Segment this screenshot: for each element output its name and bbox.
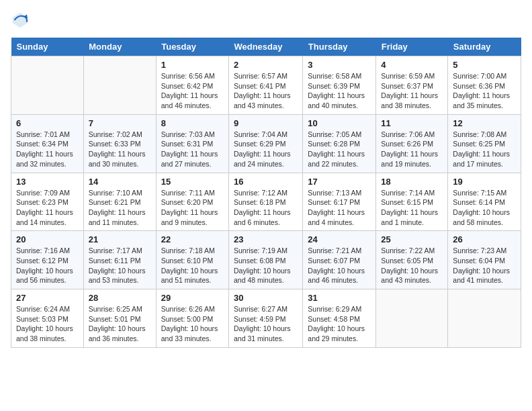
week-row-4: 27Sunrise: 6:24 AM Sunset: 5:03 PM Dayli… <box>11 289 521 348</box>
day-info: Sunrise: 7:14 AM Sunset: 6:15 PM Dayligh… <box>381 188 443 228</box>
day-info: Sunrise: 7:18 AM Sunset: 6:10 PM Dayligh… <box>161 246 224 285</box>
day-info: Sunrise: 7:22 AM Sunset: 6:05 PM Dayligh… <box>381 246 443 285</box>
calendar-cell: 5Sunrise: 7:00 AM Sunset: 6:36 PM Daylig… <box>448 56 521 115</box>
day-number: 9 <box>234 118 298 128</box>
day-number: 16 <box>234 177 298 187</box>
calendar-cell: 20Sunrise: 7:16 AM Sunset: 6:12 PM Dayli… <box>11 231 84 289</box>
calendar-cell <box>11 56 84 115</box>
day-number: 25 <box>381 234 443 244</box>
calendar-cell: 8Sunrise: 7:03 AM Sunset: 6:31 PM Daylig… <box>156 114 228 173</box>
calendar-cell: 23Sunrise: 7:19 AM Sunset: 6:08 PM Dayli… <box>228 231 302 289</box>
day-number: 13 <box>16 177 79 187</box>
day-number: 1 <box>161 60 224 70</box>
day-info: Sunrise: 7:05 AM Sunset: 6:28 PM Dayligh… <box>308 130 371 169</box>
day-number: 31 <box>308 293 371 303</box>
day-info: Sunrise: 6:57 AM Sunset: 6:41 PM Dayligh… <box>234 71 298 111</box>
day-info: Sunrise: 7:09 AM Sunset: 6:23 PM Dayligh… <box>16 188 79 228</box>
calendar-cell: 13Sunrise: 7:09 AM Sunset: 6:23 PM Dayli… <box>11 173 84 231</box>
calendar-cell: 1Sunrise: 6:56 AM Sunset: 6:42 PM Daylig… <box>156 56 228 115</box>
calendar-cell <box>376 289 448 348</box>
weekday-header-sunday: Sunday <box>11 38 84 56</box>
calendar-cell <box>83 56 156 115</box>
day-info: Sunrise: 7:19 AM Sunset: 6:08 PM Dayligh… <box>234 246 298 285</box>
day-number: 21 <box>89 234 151 244</box>
weekday-header-tuesday: Tuesday <box>156 38 228 56</box>
calendar-cell: 16Sunrise: 7:12 AM Sunset: 6:18 PM Dayli… <box>228 173 302 231</box>
logo <box>11 11 32 30</box>
day-number: 14 <box>89 177 151 187</box>
day-info: Sunrise: 7:00 AM Sunset: 6:36 PM Dayligh… <box>453 71 516 111</box>
weekday-header-friday: Friday <box>376 38 448 56</box>
day-info: Sunrise: 7:17 AM Sunset: 6:11 PM Dayligh… <box>89 246 151 285</box>
day-number: 29 <box>161 293 224 303</box>
day-number: 10 <box>308 118 371 128</box>
calendar-cell: 2Sunrise: 6:57 AM Sunset: 6:41 PM Daylig… <box>228 56 302 115</box>
day-info: Sunrise: 6:27 AM Sunset: 4:59 PM Dayligh… <box>234 304 298 344</box>
calendar-cell: 12Sunrise: 7:08 AM Sunset: 6:25 PM Dayli… <box>448 114 521 173</box>
week-row-1: 6Sunrise: 7:01 AM Sunset: 6:34 PM Daylig… <box>11 114 521 173</box>
calendar-cell: 14Sunrise: 7:10 AM Sunset: 6:21 PM Dayli… <box>83 173 156 231</box>
day-info: Sunrise: 7:15 AM Sunset: 6:14 PM Dayligh… <box>453 188 516 228</box>
calendar-cell: 29Sunrise: 6:26 AM Sunset: 5:00 PM Dayli… <box>156 289 228 348</box>
day-info: Sunrise: 6:26 AM Sunset: 5:00 PM Dayligh… <box>161 304 224 344</box>
week-row-0: 1Sunrise: 6:56 AM Sunset: 6:42 PM Daylig… <box>11 56 521 115</box>
calendar-cell: 3Sunrise: 6:58 AM Sunset: 6:39 PM Daylig… <box>303 56 376 115</box>
day-number: 20 <box>16 234 79 244</box>
day-number: 12 <box>453 118 516 128</box>
weekday-header-row: SundayMondayTuesdayWednesdayThursdayFrid… <box>11 38 521 56</box>
calendar-cell: 19Sunrise: 7:15 AM Sunset: 6:14 PM Dayli… <box>448 173 521 231</box>
page-header <box>11 11 521 30</box>
day-number: 7 <box>89 118 151 128</box>
calendar-cell: 9Sunrise: 7:04 AM Sunset: 6:29 PM Daylig… <box>228 114 302 173</box>
day-number: 30 <box>234 293 298 303</box>
logo-icon <box>11 11 30 30</box>
day-number: 28 <box>89 293 151 303</box>
calendar-cell: 28Sunrise: 6:25 AM Sunset: 5:01 PM Dayli… <box>83 289 156 348</box>
calendar-cell: 22Sunrise: 7:18 AM Sunset: 6:10 PM Dayli… <box>156 231 228 289</box>
calendar-cell: 11Sunrise: 7:06 AM Sunset: 6:26 PM Dayli… <box>376 114 448 173</box>
day-number: 15 <box>161 177 224 187</box>
day-number: 26 <box>453 234 516 244</box>
day-info: Sunrise: 7:12 AM Sunset: 6:18 PM Dayligh… <box>234 188 298 228</box>
calendar-cell: 30Sunrise: 6:27 AM Sunset: 4:59 PM Dayli… <box>228 289 302 348</box>
day-number: 11 <box>381 118 443 128</box>
day-info: Sunrise: 7:23 AM Sunset: 6:04 PM Dayligh… <box>453 246 516 285</box>
day-info: Sunrise: 7:06 AM Sunset: 6:26 PM Dayligh… <box>381 130 443 169</box>
day-number: 5 <box>453 60 516 70</box>
calendar-cell: 25Sunrise: 7:22 AM Sunset: 6:05 PM Dayli… <box>376 231 448 289</box>
day-info: Sunrise: 7:21 AM Sunset: 6:07 PM Dayligh… <box>308 246 371 285</box>
day-number: 4 <box>381 60 443 70</box>
calendar-cell: 31Sunrise: 6:29 AM Sunset: 4:58 PM Dayli… <box>303 289 376 348</box>
calendar-cell: 10Sunrise: 7:05 AM Sunset: 6:28 PM Dayli… <box>303 114 376 173</box>
day-number: 24 <box>308 234 371 244</box>
week-row-2: 13Sunrise: 7:09 AM Sunset: 6:23 PM Dayli… <box>11 173 521 231</box>
day-number: 6 <box>16 118 79 128</box>
day-info: Sunrise: 7:03 AM Sunset: 6:31 PM Dayligh… <box>161 130 224 169</box>
day-info: Sunrise: 7:04 AM Sunset: 6:29 PM Dayligh… <box>234 130 298 169</box>
calendar-cell: 26Sunrise: 7:23 AM Sunset: 6:04 PM Dayli… <box>448 231 521 289</box>
day-info: Sunrise: 7:08 AM Sunset: 6:25 PM Dayligh… <box>453 130 516 169</box>
day-number: 8 <box>161 118 224 128</box>
week-row-3: 20Sunrise: 7:16 AM Sunset: 6:12 PM Dayli… <box>11 231 521 289</box>
day-info: Sunrise: 7:10 AM Sunset: 6:21 PM Dayligh… <box>89 188 151 228</box>
calendar-cell: 18Sunrise: 7:14 AM Sunset: 6:15 PM Dayli… <box>376 173 448 231</box>
calendar-table: SundayMondayTuesdayWednesdayThursdayFrid… <box>11 38 521 348</box>
day-info: Sunrise: 6:29 AM Sunset: 4:58 PM Dayligh… <box>308 304 371 344</box>
weekday-header-thursday: Thursday <box>303 38 376 56</box>
day-number: 18 <box>381 177 443 187</box>
day-number: 3 <box>308 60 371 70</box>
day-number: 23 <box>234 234 298 244</box>
day-number: 17 <box>308 177 371 187</box>
weekday-header-saturday: Saturday <box>448 38 521 56</box>
day-number: 2 <box>234 60 298 70</box>
day-info: Sunrise: 7:02 AM Sunset: 6:33 PM Dayligh… <box>89 130 151 169</box>
weekday-header-monday: Monday <box>83 38 156 56</box>
day-info: Sunrise: 7:01 AM Sunset: 6:34 PM Dayligh… <box>16 130 79 169</box>
day-info: Sunrise: 7:11 AM Sunset: 6:20 PM Dayligh… <box>161 188 224 228</box>
day-number: 27 <box>16 293 79 303</box>
day-info: Sunrise: 7:16 AM Sunset: 6:12 PM Dayligh… <box>16 246 79 285</box>
day-info: Sunrise: 6:24 AM Sunset: 5:03 PM Dayligh… <box>16 304 79 344</box>
calendar-cell: 27Sunrise: 6:24 AM Sunset: 5:03 PM Dayli… <box>11 289 84 348</box>
calendar-cell: 4Sunrise: 6:59 AM Sunset: 6:37 PM Daylig… <box>376 56 448 115</box>
day-number: 19 <box>453 177 516 187</box>
